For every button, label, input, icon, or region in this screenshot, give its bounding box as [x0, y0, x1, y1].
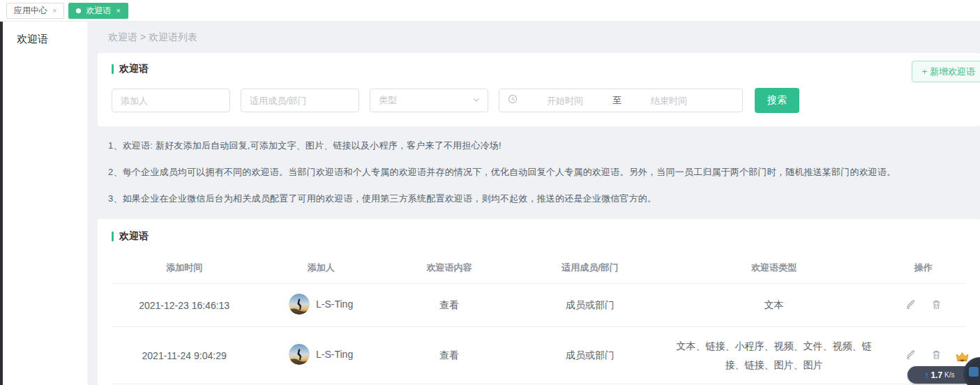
- range-separator: 至: [612, 94, 621, 107]
- filter-card: 欢迎语 + 新增欢迎语 类型: [98, 53, 980, 126]
- type-select[interactable]: 类型: [370, 89, 488, 112]
- header-operations: 操作: [881, 254, 967, 284]
- note-3: 3、如果企业在企业微信后台为相关成员配置了可用的欢迎语，使用第三方系统配置欢迎语…: [108, 192, 959, 205]
- main-content: 欢迎语 > 欢迎语列表 欢迎语 + 新增欢迎语 类型: [87, 22, 980, 385]
- avatar: [289, 344, 310, 365]
- delete-icon[interactable]: [931, 299, 942, 312]
- section-accent-bar: [112, 64, 114, 74]
- sidebar: 欢迎语: [3, 22, 87, 385]
- end-time-input[interactable]: [627, 96, 711, 106]
- speed-unit: K/s: [944, 371, 954, 379]
- table-row: 2021-11-24 9:04:29: [112, 327, 966, 384]
- upload-arrow-icon: ↑: [924, 370, 928, 380]
- close-icon[interactable]: ×: [116, 6, 120, 15]
- note-2: 2、每个企业成员均可以拥有不同的欢迎语。当部门欢迎语和个人专属的欢迎语并存的情况…: [108, 166, 959, 179]
- start-time-input[interactable]: [523, 96, 607, 106]
- row-scope: 成员或部门: [513, 284, 668, 327]
- tab-app-center[interactable]: 应用中心 ×: [6, 3, 64, 19]
- tab-label: 应用中心: [14, 5, 47, 17]
- member-search-input[interactable]: [241, 89, 359, 112]
- breadcrumb: 欢迎语 > 欢迎语列表: [87, 22, 980, 53]
- note-1: 1、欢迎语: 新好友添加后自动回复,可添加文字、图片、链接以及小程序，客户来了不…: [108, 139, 959, 152]
- section-title: 欢迎语: [112, 230, 966, 243]
- chevron-down-icon: [472, 96, 481, 106]
- section-title-text: 欢迎语: [119, 230, 149, 243]
- view-content-link[interactable]: 查看: [439, 299, 459, 310]
- active-dot-icon: [76, 8, 81, 13]
- section-title: 欢迎语: [112, 63, 966, 75]
- row-add-time: 2021-12-23 16:46:13: [112, 284, 257, 327]
- row-adder-cell: L-S-Ting: [257, 284, 385, 327]
- edit-icon[interactable]: [905, 299, 916, 312]
- clock-icon: [508, 94, 518, 107]
- type-select-placeholder: 类型: [379, 94, 397, 107]
- welcome-message-table: 添加时间 添加人 欢迎语内容 适用成员/部门 欢迎语类型 操作 2021-12-…: [112, 254, 966, 385]
- row-scope: 成员或部门: [513, 327, 668, 384]
- close-icon[interactable]: ×: [52, 6, 56, 15]
- adder-search-input[interactable]: [112, 89, 230, 112]
- tab-welcome-message[interactable]: 欢迎语 ×: [68, 3, 128, 19]
- row-type: 文本: [667, 284, 880, 327]
- view-content-link[interactable]: 查看: [439, 349, 459, 361]
- date-range-picker[interactable]: 至: [499, 89, 743, 112]
- row-content-cell: 查看: [385, 327, 513, 384]
- download-speed-widget[interactable]: ↑ 1.7 K/s: [896, 353, 980, 385]
- welcome-message-table-card: 欢迎语 添加时间 添加人 欢迎语内容 适用成员/部门 欢迎语类型: [98, 219, 980, 385]
- sidebar-item-welcome-message[interactable]: 欢迎语: [17, 33, 87, 46]
- filter-row: 类型 至 搜索: [112, 88, 966, 113]
- speed-value: 1.7: [930, 370, 942, 380]
- adder-name: L-S-Ting: [316, 349, 353, 360]
- add-welcome-message-button[interactable]: + 新增欢迎语: [912, 61, 980, 82]
- row-operations: [881, 284, 967, 327]
- tab-label: 欢迎语: [86, 5, 111, 17]
- network-speed-pill[interactable]: ↑ 1.7 K/s: [907, 366, 972, 384]
- header-content: 欢迎语内容: [385, 254, 513, 284]
- tab-bar: 应用中心 × 欢迎语 ×: [0, 0, 980, 22]
- row-content-cell: 查看: [385, 284, 513, 327]
- row-adder-cell: L-S-Ting: [257, 327, 385, 384]
- help-notes: 1、欢迎语: 新好友添加后自动回复,可添加文字、图片、链接以及小程序，客户来了不…: [87, 126, 980, 205]
- avatar: [289, 294, 310, 315]
- search-button[interactable]: 搜索: [755, 88, 799, 113]
- header-add-time: 添加时间: [112, 254, 257, 284]
- app-window: 应用中心 × 欢迎语 × 欢迎语 欢迎语 > 欢迎语列表 欢迎语 + 新增欢迎语: [0, 0, 980, 385]
- table-header-row: 添加时间 添加人 欢迎语内容 适用成员/部门 欢迎语类型 操作: [112, 254, 966, 284]
- section-accent-bar: [112, 232, 114, 241]
- row-type: 文本、链接、小程序、视频、文件、视频、链接、链接、图片、图片: [667, 327, 880, 384]
- header-type: 欢迎语类型: [667, 254, 880, 284]
- adder-name: L-S-Ting: [316, 299, 353, 310]
- header-scope: 适用成员/部门: [513, 254, 668, 284]
- table-body: 2021-12-23 16:46:13: [112, 284, 966, 385]
- header-adder: 添加人: [257, 254, 385, 284]
- row-add-time: 2021-11-24 9:04:29: [112, 327, 257, 384]
- table-row: 2021-12-23 16:46:13: [112, 284, 966, 327]
- section-title-text: 欢迎语: [119, 63, 149, 75]
